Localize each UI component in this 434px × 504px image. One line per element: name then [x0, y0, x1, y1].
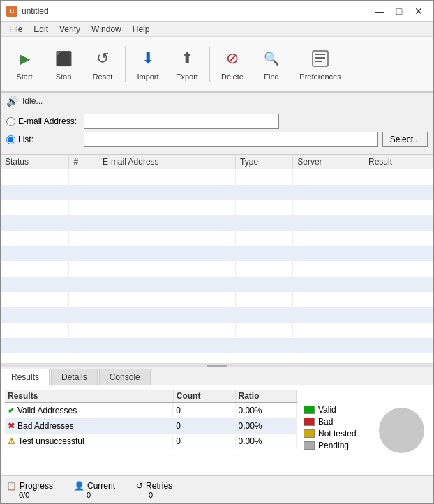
warn-icon: ⚠ — [8, 436, 15, 446]
email-radio-label[interactable]: E-mail Address: — [6, 116, 80, 126]
title-bar-controls: — □ ✕ — [371, 3, 428, 19]
preferences-icon — [309, 47, 331, 70]
delete-icon: ⊘ — [221, 47, 244, 70]
speaker-icon: 🔊 — [6, 96, 18, 107]
list-radio[interactable] — [6, 135, 15, 144]
legend-area: Valid Bad Not tested Pending — [304, 390, 366, 471]
current-group: 👤 Current 0 — [74, 481, 115, 499]
valid-icon: ✔ — [8, 406, 15, 415]
tab-results[interactable]: Results — [1, 369, 50, 385]
delete-button[interactable]: ⊘ Delete — [214, 40, 250, 88]
svg-rect-1 — [315, 54, 325, 55]
col-email: E-mail Address — [98, 155, 235, 169]
results-table: Results Count Ratio ✔ Valid Addresses 0 … — [5, 390, 297, 471]
email-input[interactable] — [84, 114, 279, 129]
close-button[interactable]: ✕ — [410, 3, 428, 19]
preferences-button[interactable]: Preferences — [299, 40, 342, 88]
import-icon: ⬇ — [137, 47, 159, 70]
import-button[interactable]: ⬇ Import — [130, 40, 166, 88]
col-result: Result — [364, 155, 433, 169]
toolbar-separator-2 — [209, 47, 210, 82]
list-input[interactable] — [84, 132, 378, 147]
menu-file[interactable]: File — [3, 23, 28, 36]
export-icon: ⬆ — [176, 47, 198, 70]
table-row — [1, 338, 433, 353]
reset-button[interactable]: ↺ Reset — [84, 40, 121, 88]
bottom-status-bar: 📋 Progress 0/0 👤 Current 0 ↺ Retries 0 — [1, 475, 433, 503]
find-icon: 🔍 — [260, 47, 283, 70]
email-radio[interactable] — [6, 117, 15, 126]
retries-group: ↺ Retries 0 — [136, 481, 172, 499]
result-row-bad: ✖ Bad Addresses 0 0.00% — [5, 418, 297, 434]
legend-color-valid — [304, 406, 315, 414]
table-row — [1, 323, 433, 338]
result-row-warn: ⚠ Test unsuccessful 0 0.00% — [5, 434, 297, 449]
progress-group: 📋 Progress 0/0 — [6, 481, 53, 499]
table-row — [1, 261, 433, 277]
warn-count: 0 — [173, 434, 235, 449]
table-row — [1, 292, 433, 307]
legend-color-bad — [304, 418, 315, 426]
results-col-label: Results — [5, 390, 173, 403]
result-row-valid: ✔ Valid Addresses 0 0.00% — [5, 403, 297, 419]
results-area: Results Count Ratio ✔ Valid Addresses 0 … — [5, 390, 429, 471]
results-table-body: ✔ Valid Addresses 0 0.00% ✖ Bad Addresse… — [5, 403, 297, 450]
bad-count: 0 — [173, 418, 235, 434]
list-radio-label[interactable]: List: — [6, 135, 80, 144]
toolbar-separator-3 — [294, 47, 294, 82]
table-row — [1, 200, 433, 215]
maximize-button[interactable]: □ — [390, 3, 408, 19]
export-button[interactable]: ⬆ Export — [169, 40, 205, 88]
svg-rect-3 — [315, 61, 322, 62]
menu-help[interactable]: Help — [127, 23, 156, 36]
menu-edit[interactable]: Edit — [28, 23, 54, 36]
main-table-body — [1, 169, 433, 353]
menu-bar: File Edit Verify Window Help — [1, 22, 433, 37]
main-window: u untitled — □ ✕ File Edit Verify Window… — [0, 0, 434, 504]
start-button[interactable]: ▶ Start — [6, 40, 43, 88]
results-data-table: Results Count Ratio ✔ Valid Addresses 0 … — [5, 390, 297, 449]
retries-label: Retries — [146, 481, 172, 491]
current-label: Current — [87, 481, 115, 491]
list-row: List: Select... — [6, 132, 428, 147]
window-title: untitled — [22, 6, 371, 16]
legend-bad: Bad — [304, 417, 366, 427]
stop-icon: ⬛ — [52, 47, 75, 70]
minimize-button[interactable]: — — [371, 3, 389, 19]
reset-icon: ↺ — [91, 47, 114, 70]
valid-ratio: 0.00% — [235, 403, 296, 419]
table-header-row: Status # E-mail Address Type Server Resu… — [1, 155, 433, 169]
play-icon: ▶ — [13, 47, 36, 70]
progress-value: 0/0 — [19, 491, 53, 499]
col-type: Type — [236, 155, 293, 169]
table-row — [1, 307, 433, 323]
main-table: Status # E-mail Address Type Server Resu… — [1, 155, 433, 353]
bad-ratio: 0.00% — [235, 418, 296, 434]
tab-details[interactable]: Details — [51, 369, 98, 385]
table-row — [1, 215, 433, 231]
status-text: Idle... — [22, 96, 43, 106]
results-header-row: Results Count Ratio — [5, 390, 297, 403]
col-server: Server — [293, 155, 364, 169]
svg-rect-2 — [315, 57, 325, 59]
col-status: Status — [1, 155, 69, 169]
current-value: 0 — [87, 491, 115, 499]
legend-color-not-tested — [304, 429, 315, 438]
bad-icon: ✖ — [8, 421, 15, 431]
retries-value: 0 — [149, 491, 172, 499]
progress-label: Progress — [20, 481, 53, 491]
results-col-count: Count — [173, 390, 235, 403]
find-button[interactable]: 🔍 Find — [253, 40, 290, 88]
col-num: # — [69, 155, 98, 169]
retries-icon: ↺ — [136, 481, 143, 491]
menu-window[interactable]: Window — [86, 23, 127, 36]
select-button[interactable]: Select... — [382, 132, 428, 147]
tabs-bar: Results Details Console — [1, 367, 433, 385]
legend-not-tested: Not tested — [304, 429, 366, 438]
table-row — [1, 231, 433, 246]
menu-verify[interactable]: Verify — [54, 23, 86, 36]
stop-button[interactable]: ⬛ Stop — [45, 40, 82, 88]
input-section: E-mail Address: List: Select... — [1, 109, 433, 155]
pie-chart-area — [373, 390, 429, 471]
tab-console[interactable]: Console — [99, 369, 151, 385]
